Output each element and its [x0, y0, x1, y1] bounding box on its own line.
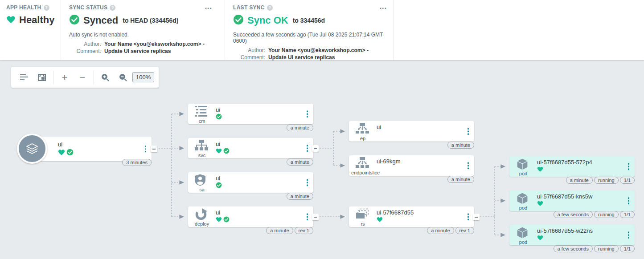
ready-chip: 1/1	[620, 245, 635, 252]
age-chip: a few seconds	[554, 211, 593, 218]
node-chips: a minute	[447, 176, 474, 183]
comment-label: Comment:	[233, 54, 265, 61]
node-menu-button[interactable]	[466, 211, 471, 222]
node-menu-button[interactable]	[305, 109, 310, 119]
sync-status-menu-button[interactable]: ...	[205, 4, 212, 9]
age-chip: a minute	[287, 158, 313, 166]
node-menu-button[interactable]	[466, 126, 471, 137]
magnify-in-icon[interactable]	[97, 70, 114, 85]
healthy-heart-icon	[58, 149, 65, 156]
node-chips: 3 minutes	[122, 159, 152, 166]
resource-node-svc-ui[interactable]: svc ui	[188, 138, 313, 158]
resource-kind-label: pod	[509, 239, 537, 245]
resource-node-cm-ui[interactable]: cm ui	[188, 104, 313, 124]
last-sync-revision[interactable]: to 334456d	[293, 17, 325, 24]
resource-name: ui	[216, 209, 220, 216]
resource-name: ui-57f6687d55	[377, 209, 414, 216]
node-chips: a few seconds running 1/1	[554, 245, 635, 252]
pod-icon	[516, 158, 530, 170]
help-icon[interactable]: ?	[110, 5, 115, 11]
zoom-level-input[interactable]: 100%	[132, 72, 154, 82]
sync-revision[interactable]: to HEAD (334456d)	[123, 17, 178, 24]
magnify-out-icon[interactable]	[115, 70, 131, 85]
resource-node-pod-ui-57f6687d55-572p4[interactable]: pod ui-57f6687d55-572p4	[509, 156, 635, 177]
list-view-button[interactable]	[16, 70, 33, 85]
app-health-panel: APP HEALTH ? Healthy	[0, 0, 61, 60]
status-icons	[58, 149, 74, 156]
synced-check-icon	[216, 182, 222, 188]
sync-status-value: Synced	[83, 15, 118, 26]
healthy-heart-icon	[216, 216, 222, 223]
age-chip: 3 minutes	[122, 159, 152, 166]
ready-chip: 1/1	[620, 211, 635, 218]
zoom-out-button[interactable]: −	[74, 70, 91, 85]
application-icon[interactable]	[17, 134, 47, 164]
age-chip: a minute	[447, 176, 474, 183]
endpoints-icon	[356, 123, 370, 135]
resource-kind-label: ep	[349, 136, 377, 141]
resource-name: ui	[216, 106, 220, 113]
resource-node-pod-ui-57f6687d55-kns5w[interactable]: pod ui-57f6687d55-kns5w	[509, 190, 635, 211]
header-spacer	[394, 0, 644, 60]
node-menu-button[interactable]	[466, 160, 471, 171]
age-chip: a minute	[287, 193, 313, 200]
synced-check-icon	[223, 148, 230, 154]
collapse-handle[interactable]	[151, 146, 157, 152]
last-sync-note: Succeeded a few seconds ago (Tue Jul 08 …	[233, 32, 393, 44]
deployment-icon	[195, 208, 209, 221]
resource-name: ui-69kgm	[377, 158, 400, 165]
resource-kind-label: deploy	[188, 221, 216, 227]
auto-sync-note: Auto sync is not enabled.	[69, 32, 225, 38]
status-icons	[537, 200, 543, 206]
node-chips: a minute	[287, 158, 313, 166]
comment-value: Update UI service replicas	[268, 54, 335, 61]
resource-kind-label: svc	[188, 153, 216, 158]
resource-name: ui	[216, 175, 220, 182]
node-menu-button[interactable]	[626, 230, 632, 240]
node-menu-button[interactable]	[626, 161, 632, 172]
replicaset-icon	[356, 208, 370, 221]
app-health-value: Healthy	[19, 14, 54, 26]
resource-kind-label: pod	[509, 205, 537, 210]
graph-toolbar: + − 100%	[11, 67, 159, 88]
status-icons	[216, 216, 230, 223]
pod-icon	[516, 192, 530, 205]
status-icons	[537, 166, 543, 172]
configmap-icon	[195, 105, 209, 118]
resource-kind-label: sa	[188, 187, 216, 192]
node-menu-button[interactable]	[626, 195, 632, 206]
node-menu-button[interactable]	[305, 211, 310, 222]
app-health-label: APP HEALTH	[6, 4, 41, 11]
age-chip: a minute	[287, 124, 313, 131]
collapse-handle[interactable]	[473, 214, 480, 220]
node-chips: a few seconds running 1/1	[554, 211, 635, 218]
age-chip: a minute	[427, 227, 454, 234]
resource-node-pod-ui-57f6687d55-w22ns[interactable]: pod ui-57f6687d55-w22ns	[509, 225, 635, 245]
resource-kind-label: cm	[188, 118, 216, 124]
application-node-ui[interactable]: ui	[39, 137, 152, 161]
node-menu-button[interactable]	[143, 144, 148, 154]
status-icons	[537, 235, 543, 241]
resource-node-deploy-ui[interactable]: deploy ui	[188, 206, 313, 227]
healthy-heart-icon	[537, 200, 543, 206]
revision-chip: rev:1	[455, 227, 474, 234]
fit-to-screen-button[interactable]	[33, 70, 50, 85]
node-menu-button[interactable]	[305, 143, 310, 154]
resource-node-ep-ui[interactable]: ep ui	[349, 121, 474, 142]
last-sync-panel: LAST SYNC ? ... Sync OK to 334456d Succe…	[225, 0, 394, 60]
node-menu-button[interactable]	[305, 177, 310, 188]
app-summary-header: APP HEALTH ? Healthy SYNC STATUS ? ... S…	[0, 0, 644, 60]
resource-node-sa-ui[interactable]: sa ui	[188, 172, 313, 193]
resource-tree-canvas[interactable]: + − 100% ui 3 minutes cm ui	[0, 60, 644, 259]
resource-node-rs-ui-57f6687d55[interactable]: rs ui-57f6687d55	[349, 206, 474, 227]
node-chips: a minute	[447, 142, 474, 149]
resource-name: ui-57f6687d55-kns5w	[537, 193, 592, 200]
last-sync-menu-button[interactable]: ...	[380, 4, 387, 9]
help-icon[interactable]: ?	[44, 5, 49, 11]
collapse-handle[interactable]	[312, 145, 319, 152]
zoom-in-button[interactable]: +	[56, 70, 73, 85]
help-icon[interactable]: ?	[267, 5, 273, 11]
collapse-handle[interactable]	[312, 214, 319, 220]
healthy-heart-icon	[537, 166, 543, 172]
resource-node-endpointslice-ui-69kgm[interactable]: endpointslice ui-69kgm	[349, 155, 474, 176]
